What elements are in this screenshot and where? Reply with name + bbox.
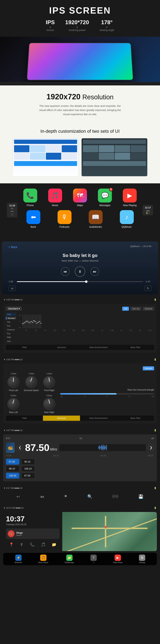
eq-tab-bass-enhancement[interactable]: Bass Enhancement [80,345,117,350]
drawer-unknown[interactable]: ? ? [90,554,97,564]
surround-default-btn[interactable]: Default [143,366,154,370]
radio-ptt[interactable]: PTT [6,437,10,440]
app-music[interactable]: 🎵 Music [44,188,66,207]
nav-icon-podcasts[interactable]: 🎙 [20,542,24,547]
music-back-button[interactable]: < Back [9,246,17,249]
bottom-btn-save[interactable]: 💾 [138,494,144,499]
app-drawer: ⚡ Bluetooth 🎵 Music Player 📁 FileManager… [3,553,157,565]
nav-icon-file[interactable]: 📁 [52,542,56,547]
side-btn-1[interactable]: ○ [10,212,14,216]
eq-preset-standard[interactable]: Standard [6,316,16,320]
freq-scale-2: 101.75 [53,454,59,457]
eq-btn-default[interactable]: Default [143,307,154,311]
nav-icon-phone[interactable]: 📞 [30,542,34,547]
knob-rear-right-control[interactable] [43,398,55,410]
eq-slider-track-11[interactable] [36,314,37,328]
eq-preset-classical[interactable]: Classical [6,328,16,331]
app-qqmusic[interactable]: ♪ QQMusic [113,210,140,228]
shuffle-button[interactable]: ⇄ [9,286,16,291]
eq-slider-track-1[interactable] [22,314,23,328]
nav-status-bar: ▼ 10:37 AM ■■■■ 18 🔋 [2,506,158,510]
bottom-btn-search[interactable]: 🔍 [87,494,92,499]
eq-slider-track-6[interactable] [30,314,30,328]
radio-wrapper: ▼ 3:07 PM ■■■■ 18 🔋 PTT TA AF 📻 ❮ 87.50 … [0,427,160,484]
eq-slider-track-4[interactable] [26,314,27,328]
eq-slider-track-13[interactable] [39,314,40,328]
eq-tab-field[interactable]: Field [6,345,43,350]
eq-btn-all[interactable]: All [122,307,129,311]
radio-af[interactable]: AF [151,437,154,440]
radio-prev-btn[interactable]: ❮ [17,444,23,451]
eq-tab-bass-filter[interactable]: Bass Filter [117,345,154,350]
app-messages[interactable]: 💬 5 Messages [94,188,116,207]
eq-slider-track-2[interactable] [24,314,24,328]
drawer-filemanager[interactable]: 📁 FileManager [64,554,74,564]
eq-slider-track-9[interactable] [34,314,34,328]
ui-mock-grid-2 [83,145,146,160]
drawer-music-player[interactable]: 🎵 Music Player [38,554,48,564]
repeat-button[interactable]: ↻ [144,286,151,291]
app-maps[interactable]: 🗺 Maps [69,188,90,207]
radio-preset-8750[interactable]: 87.50 [6,459,19,465]
eq-preset-rnb[interactable]: R&B [6,336,16,339]
knob-surround-space-label: Surround Space [24,389,39,392]
waveform-bar-6 [103,444,103,450]
ips-header-section: IPS SCREEN IPS x Screen 1920*720 x resol… [0,0,160,37]
eq-slider-handle-4 [26,321,28,322]
drawer-bluetooth[interactable]: ⚡ Bluetooth [15,554,22,564]
eq-btn-setup[interactable]: Set Up [130,307,142,311]
app-podcasts[interactable]: 🎙 Podcasts [50,210,78,228]
eq-tab-surround[interactable]: Surround [43,345,80,350]
surround-tab-surround[interactable]: Surround [43,416,80,421]
app-audiobooks[interactable]: 📖 Audiobooks [82,210,110,228]
side-time-right: 11:17 [145,206,150,209]
nav-icon-music[interactable]: 🎵 [41,542,46,547]
surround-tab-bass-filter[interactable]: Bass Filter [117,416,154,421]
eq-slider-track-8[interactable] [32,314,33,328]
radio-next-btn[interactable]: ❯ [148,444,154,451]
eq-slider-track-7[interactable] [31,314,32,328]
surround-tab-bass-enhancement[interactable]: Bass Enhancement [80,416,117,421]
surround-meter-fill [60,393,116,394]
bottom-btn-back[interactable]: ↩ [16,494,20,499]
bottom-btn-wifi[interactable]: ((•)) [112,494,118,499]
music-player-header: < Back QQMusic — 18 of 48 [9,245,151,251]
drawer-settings[interactable]: ⚙ Settings [139,554,145,564]
app-now-playing[interactable]: ▶ Now Playing [119,188,140,207]
music-pause-button[interactable]: ⏸ [75,266,85,277]
knob-surround-space-control[interactable] [25,376,38,388]
eq-slider-track-12[interactable] [38,314,38,328]
radio-preset-9010[interactable]: 90.10 [22,459,35,465]
eq-slider-track-3[interactable] [25,314,26,328]
eq-preset-dropdown[interactable]: Standard ▾ [6,306,22,311]
knob-rear-left-control[interactable] [7,398,20,410]
app-phone[interactable]: 📞 Phone [20,188,41,207]
bottom-btn-toggle[interactable]: ⏺ [64,494,67,499]
eq-slider-track-5[interactable] [28,314,29,328]
radio-preset-10610[interactable]: 106.10 [22,466,35,472]
knob-front-left-control[interactable] [7,376,20,388]
knob-indicator [13,378,14,382]
eq-preset-user[interactable]: User [6,313,16,316]
surround-tab-field[interactable]: Field [6,416,43,421]
radio-ta[interactable]: TA [79,437,82,440]
progress-track[interactable] [17,281,143,282]
knob-front-right-control[interactable] [43,376,55,388]
eq-slider-track-10[interactable] [35,314,36,328]
app-back[interactable]: ⬅ Back [20,210,47,228]
eq-slider-track-14[interactable] [40,314,41,328]
bottom-btn-prev[interactable]: ⏮ [40,494,44,499]
radio-preset-10800[interactable]: 108.00 [6,473,19,478]
radio-preset-9810[interactable]: 98.10 [6,466,19,472]
nav-icon-location[interactable]: 📍 [9,542,14,547]
side-wifi-icon: ▬▬ [10,210,14,212]
music-prev-button[interactable]: ⏮ [61,267,70,276]
eq-preset-jazz[interactable]: Jazz [6,340,16,343]
drawer-video-player[interactable]: ▶ Video Player [113,554,123,564]
eq-preset-pop[interactable]: Pop [6,324,16,328]
eq-preset-pop2[interactable]: Pop [6,332,16,335]
radio-preset-8750b[interactable]: 87.50 [22,473,35,478]
music-next-button[interactable]: ⏭ [90,267,99,276]
eq-preset-flat[interactable]: Flat [6,320,16,324]
knob-front-right-label: Front Right [44,389,54,392]
